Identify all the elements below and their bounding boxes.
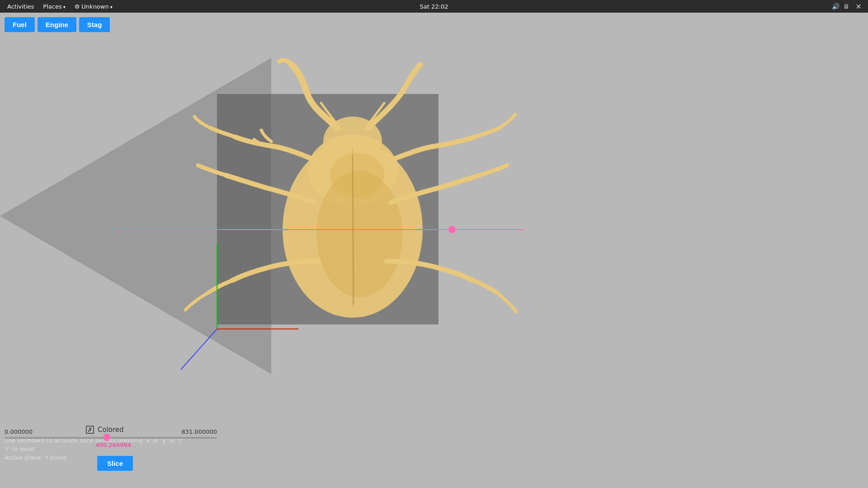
- unknown-arrow: ▾: [110, 5, 113, 9]
- activities-menu[interactable]: Activities: [4, 2, 38, 11]
- slider-area: 0.000000 831.000000 400.264984: [5, 428, 217, 448]
- fuel-button[interactable]: Fuel: [5, 17, 35, 32]
- slice-button[interactable]: Slice: [97, 456, 133, 471]
- top-bar: Activities Places▾ ⚙Unknown▾ Sat 22:02 🔊…: [0, 0, 868, 13]
- unknown-menu[interactable]: ⚙Unknown▾: [71, 2, 116, 11]
- places-arrow: ▾: [63, 5, 66, 9]
- top-bar-left: Activities Places▾ ⚙Unknown▾: [4, 2, 116, 11]
- slider-labels: 0.000000 831.000000: [5, 428, 217, 435]
- main-canvas: Fuel Engine Stag: [0, 13, 868, 488]
- network-icon[interactable]: 🖥: [843, 3, 849, 10]
- active-plane-text: Active plane: Y plane: [5, 454, 184, 461]
- top-bar-right: 🔊 🖥 ✕: [832, 2, 864, 11]
- slider-track[interactable]: [5, 437, 217, 439]
- slider-max: 831.000000: [181, 428, 217, 435]
- slider-min: 0.000000: [5, 428, 33, 435]
- tool-buttons: Fuel Engine Stag: [5, 17, 110, 32]
- engine-button[interactable]: Engine: [38, 17, 76, 32]
- datetime-display: Sat 22:02: [420, 3, 448, 10]
- svg-point-5: [330, 153, 384, 198]
- places-menu[interactable]: Places▾: [39, 2, 69, 11]
- volume-icon[interactable]: 🔊: [832, 3, 840, 10]
- beetle-container: [158, 58, 520, 365]
- slice-btn-container: Slice: [97, 456, 133, 471]
- slider-thumb[interactable]: [103, 434, 110, 441]
- slider-value: 400.264984: [5, 441, 217, 448]
- unknown-icon: ⚙: [75, 3, 80, 10]
- close-button[interactable]: ✕: [853, 2, 864, 11]
- stag-button[interactable]: Stag: [79, 17, 110, 32]
